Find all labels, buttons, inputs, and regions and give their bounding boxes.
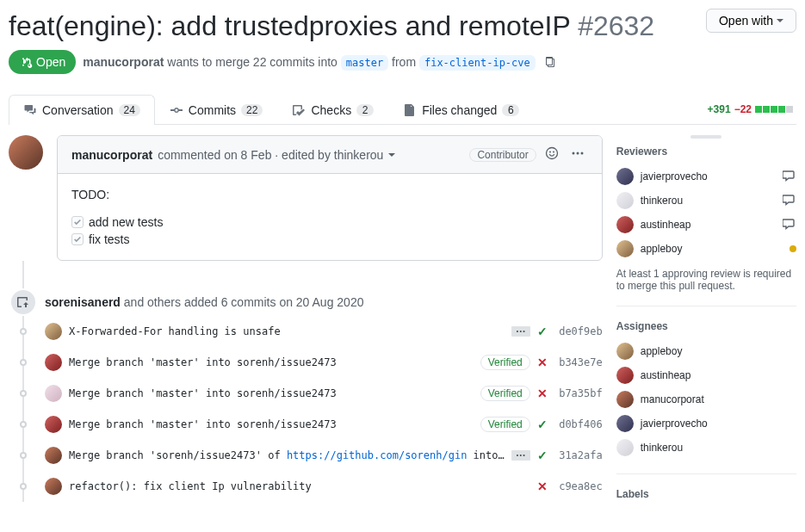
svg-point-1 — [549, 152, 551, 153]
assignee-name[interactable]: thinkerou — [641, 442, 683, 454]
svg-point-0 — [546, 148, 557, 159]
commit-message[interactable]: Merge branch 'master' into sorenh/issue2… — [69, 418, 474, 430]
verified-badge: Verified — [480, 355, 530, 370]
commits-event-author[interactable]: sorenisanerd — [45, 295, 121, 309]
assignee-row: javierprovecho — [616, 411, 796, 436]
commit-row: Merge branch 'master' into sorenh/issue2… — [22, 347, 603, 378]
pr-author[interactable]: manucorporat — [83, 55, 164, 69]
tab-conversation[interactable]: Conversation 24 — [9, 95, 155, 125]
reviewer-name[interactable]: appleboy — [641, 243, 683, 255]
todo-heading: TODO: — [71, 188, 588, 201]
reviewer-row: austinheap — [616, 213, 796, 237]
reviewer-row: appleboy — [616, 237, 796, 261]
commit-message[interactable]: Merge branch 'master' into sorenh/issue2… — [69, 356, 474, 368]
avatar[interactable] — [45, 354, 62, 371]
tab-files[interactable]: Files changed 6 — [388, 95, 534, 125]
avatar[interactable] — [616, 367, 634, 384]
open-with-button[interactable]: Open with — [706, 9, 796, 33]
commit-row: refactor(): fix client Ip vulnerability … — [22, 471, 603, 502]
verified-badge: Verified — [480, 386, 530, 401]
avatar[interactable] — [616, 192, 634, 209]
status-success-icon[interactable]: ✓ — [537, 325, 548, 338]
assignee-name[interactable]: javierprovecho — [641, 418, 708, 430]
avatar[interactable] — [616, 391, 634, 408]
tab-checks[interactable]: Checks 2 — [277, 95, 388, 125]
avatar[interactable] — [616, 240, 634, 257]
avatar[interactable] — [45, 416, 62, 433]
base-branch[interactable]: master — [341, 55, 388, 71]
comment-menu-button[interactable] — [567, 143, 588, 166]
file-diff-icon — [403, 103, 417, 117]
verified-badge: Verified — [480, 417, 530, 432]
state-badge-open: Open — [9, 50, 76, 74]
comment-meta: commented on 8 Feb · edited by thinkerou — [158, 148, 383, 162]
commit-sha[interactable]: 31a2afa — [554, 449, 603, 461]
svg-point-2 — [553, 152, 554, 153]
commit-sha[interactable]: d0bf406 — [554, 418, 603, 430]
avatar[interactable] — [616, 439, 634, 456]
drag-handle[interactable] — [690, 135, 721, 139]
reviewer-name[interactable]: austinheap — [641, 219, 691, 231]
task-label: fix tests — [89, 232, 129, 246]
assignee-name[interactable]: austinheap — [641, 369, 691, 381]
avatar[interactable] — [45, 385, 62, 402]
repo-push-icon — [9, 288, 37, 316]
commit-message[interactable]: Merge branch 'sorenh/issue2473' of https… — [69, 449, 505, 461]
commit-sha[interactable]: b7a35bf — [554, 387, 603, 399]
assignee-row: thinkerou — [616, 436, 796, 460]
commit-message[interactable]: Merge branch 'master' into sorenh/issue2… — [69, 387, 474, 399]
add-reaction-button[interactable] — [542, 143, 562, 166]
avatar[interactable] — [616, 168, 634, 185]
re-request-review-button[interactable] — [783, 217, 796, 233]
copy-branch-icon[interactable] — [542, 55, 556, 69]
re-request-review-button[interactable] — [783, 169, 796, 185]
expand-commit-button[interactable]: … — [511, 450, 530, 461]
reviewer-name[interactable]: thinkerou — [641, 195, 683, 207]
status-success-icon[interactable]: ✓ — [537, 418, 548, 431]
commit-sha[interactable]: de0f9eb — [554, 325, 603, 337]
commit-row: Merge branch 'master' into sorenh/issue2… — [22, 409, 603, 440]
avatar[interactable] — [45, 478, 62, 495]
assignees-heading[interactable]: Assignees — [616, 320, 796, 332]
checkbox-icon[interactable] — [71, 216, 84, 228]
assignee-name[interactable]: manucorporat — [641, 393, 704, 405]
comment-author[interactable]: manucorporat — [71, 148, 152, 162]
chevron-down-icon — [777, 19, 783, 22]
avatar[interactable] — [616, 343, 634, 360]
re-request-review-button[interactable] — [783, 193, 796, 209]
assignee-name[interactable]: appleboy — [641, 345, 683, 357]
svg-point-3 — [572, 152, 574, 155]
task-item: fix tests — [71, 232, 588, 246]
avatar[interactable] — [45, 323, 62, 340]
checkbox-icon[interactable] — [71, 233, 84, 245]
diffstat[interactable]: +391 −22 — [708, 103, 796, 115]
commit-sha[interactable]: b343e7e — [554, 356, 603, 368]
avatar[interactable] — [616, 216, 634, 233]
status-fail-icon[interactable]: ✕ — [537, 479, 548, 493]
tab-commits[interactable]: Commits 22 — [155, 95, 278, 125]
head-branch[interactable]: fix-client-ip-cve — [419, 55, 536, 71]
expand-commit-button[interactable]: … — [511, 326, 530, 337]
reviewer-name[interactable]: javierprovecho — [641, 170, 708, 182]
avatar[interactable] — [9, 135, 43, 170]
labels-heading[interactable]: Labels — [616, 488, 796, 500]
status-fail-icon[interactable]: ✕ — [537, 387, 548, 400]
comment-discussion-icon — [23, 103, 37, 117]
status-success-icon[interactable]: ✓ — [537, 448, 548, 462]
reviewers-heading[interactable]: Reviewers — [616, 145, 796, 158]
avatar[interactable] — [45, 447, 62, 464]
contributor-badge: Contributor — [469, 148, 536, 162]
commits-added-event: sorenisanerd and others added 6 commits … — [22, 288, 603, 316]
pr-subheader: Open manucorporat wants to merge 22 comm… — [9, 50, 796, 74]
avatar[interactable] — [616, 415, 634, 432]
status-fail-icon[interactable]: ✕ — [537, 356, 548, 369]
checklist-icon — [292, 103, 306, 117]
pr-number: #2632 — [578, 10, 654, 41]
commit-sha[interactable]: c9ea8ec — [554, 480, 603, 492]
svg-point-5 — [580, 152, 583, 155]
reviewer-row: thinkerou — [616, 189, 796, 213]
chevron-down-icon[interactable] — [388, 153, 395, 157]
pr-title: feat(engine): add trustedproxies and rem… — [9, 9, 654, 43]
commit-message[interactable]: X-Forwarded-For handling is unsafe — [69, 325, 505, 337]
commit-message[interactable]: refactor(): fix client Ip vulnerability — [69, 480, 530, 492]
